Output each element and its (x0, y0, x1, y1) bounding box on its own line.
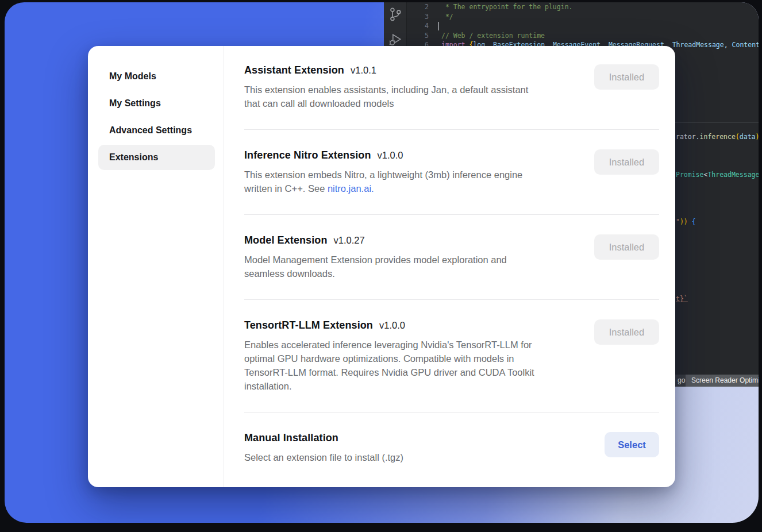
code-token: ( (736, 133, 740, 141)
code-line: 4 (407, 21, 759, 31)
description-line: This extension embeds Nitro, a lightweig… (244, 168, 522, 182)
code-token (688, 218, 692, 226)
settings-modal: My Models My Settings Advanced Settings … (88, 46, 675, 487)
code-token: " (676, 218, 680, 226)
description-line: written in C++. See nitro.jan.ai. (244, 182, 522, 195)
extension-version: v1.0.1 (351, 65, 376, 76)
code-token: * The entrypoint for the plugin. (441, 3, 572, 11)
description-text: optimal GPU hardware optimizations. Comp… (244, 353, 514, 364)
code-fragment: t}` (676, 294, 759, 303)
code-token: ThreadMessage (672, 41, 724, 49)
installed-button[interactable]: Installed (594, 64, 659, 90)
description-line: Model Management Extension provides mode… (244, 253, 507, 267)
code-text (429, 21, 759, 31)
description-text: seamless downloads. (244, 268, 335, 279)
screen-reader-status-badge[interactable]: Screen Reader Optimized (686, 375, 759, 387)
code-text: // Web / extension runtime (429, 31, 759, 41)
extension-version: v1.0.27 (334, 235, 365, 246)
extension-description: Model Management Extension provides mode… (244, 253, 507, 280)
description-text: written in C++. See (244, 183, 328, 194)
description-line: This extension enables assistants, inclu… (244, 83, 528, 97)
sidebar-item-advanced-settings[interactable]: Advanced Settings (98, 118, 215, 143)
select-button[interactable]: Select (605, 432, 659, 457)
installed-button[interactable]: Installed (594, 234, 659, 260)
code-token: ContentType (732, 41, 759, 49)
description-line: TensorRT-LLM format. Requires Nvidia GPU… (244, 365, 534, 379)
extension-title: Assistant Extension (244, 64, 344, 76)
description-text: This extension enables assistants, inclu… (244, 84, 528, 95)
extension-description: This extension enables assistants, inclu… (244, 83, 528, 110)
description-text: that can call all downloaded models (244, 98, 394, 109)
sidebar-item-my-settings[interactable]: My Settings (98, 91, 215, 116)
code-token: inference (700, 133, 736, 141)
code-text: */ (429, 12, 759, 22)
sidebar-item-label: Advanced Settings (109, 125, 192, 136)
extension-description: This extension embeds Nitro, a lightweig… (244, 168, 522, 195)
description-text: Select an extension file to install (.tg… (244, 452, 403, 462)
code-token: */ (441, 13, 453, 21)
description-text: installation. (244, 381, 292, 391)
description-line: that can call all downloaded models (244, 97, 528, 110)
description-line: seamless downloads. (244, 267, 507, 280)
code-lines: 2 * The entrypoint for the plugin. 3 */ … (407, 2, 759, 50)
code-token: { (692, 218, 696, 226)
description-text: TensorRT-LLM format. Requires Nvidia GPU… (244, 367, 534, 377)
code-token: data (740, 133, 756, 141)
code-fragment: rator.inference(data)); (676, 132, 759, 141)
sidebar-item-extensions[interactable]: Extensions (98, 145, 215, 170)
code-fragment: ")) { (676, 217, 759, 226)
code-line: 3 */ (407, 12, 759, 22)
screenshot-stage: 2 * The entrypoint for the plugin. 3 */ … (0, 0, 762, 532)
code-line: 2 * The entrypoint for the plugin. (407, 2, 759, 12)
installed-button[interactable]: Installed (594, 149, 659, 175)
extension-row: TensortRT-LLM Extension v1.0.0 Enables a… (244, 300, 659, 413)
extension-row: Inference Nitro Extension v1.0.0 This ex… (244, 130, 659, 215)
description-line: Select an extension file to install (.tg… (244, 450, 403, 464)
code-token: )) (756, 133, 759, 141)
sidebar-item-my-models[interactable]: My Models (98, 64, 215, 89)
extension-version: v1.0.0 (379, 320, 405, 331)
line-number: 5 (407, 31, 429, 41)
sidebar-item-label: My Settings (109, 98, 161, 109)
code-token: t}` (676, 295, 688, 303)
sidebar-item-label: My Models (109, 71, 156, 82)
line-number: 3 (407, 12, 429, 22)
extension-title: Model Extension (244, 234, 328, 246)
extension-title: Inference Nitro Extension (244, 149, 371, 161)
code-fragment: Promise<ThreadMessage> (676, 170, 759, 179)
code-token: , (724, 41, 732, 49)
code-token: )) (680, 218, 688, 226)
code-token: Promise (676, 171, 703, 179)
extension-row: Manual Installation Select an extension … (244, 413, 659, 476)
nitro-jan-ai-link[interactable]: nitro.jan.ai. (328, 183, 374, 194)
description-line: Enables accelerated inference leveraging… (244, 338, 534, 352)
sidebar-item-label: Extensions (109, 152, 158, 163)
settings-sidebar: My Models My Settings Advanced Settings … (88, 46, 224, 487)
code-text: * The entrypoint for the plugin. (429, 2, 759, 12)
line-number: 2 (407, 2, 429, 12)
code-line: 5 // Web / extension runtime (407, 31, 759, 41)
status-bar-left-label: go (678, 375, 685, 387)
description-line: optimal GPU hardware optimizations. Comp… (244, 352, 534, 365)
code-token: rator. (676, 133, 700, 141)
git-branch-icon[interactable] (388, 7, 403, 22)
desktop-window: 2 * The entrypoint for the plugin. 3 */ … (5, 2, 759, 523)
description-text: Enables accelerated inference leveraging… (244, 340, 532, 350)
code-token: ThreadMessage (707, 171, 759, 179)
extension-description: Select an extension file to install (.tg… (244, 450, 403, 464)
extension-title: Manual Installation (244, 432, 338, 444)
text-cursor (438, 22, 439, 30)
description-line: installation. (244, 379, 534, 393)
extensions-list: Assistant Extension v1.0.1 This extensio… (224, 46, 675, 487)
extension-description: Enables accelerated inference leveraging… (244, 338, 534, 393)
code-token: // Web / extension runtime (441, 32, 545, 40)
extension-row: Assistant Extension v1.0.1 This extensio… (244, 46, 659, 130)
installed-button[interactable]: Installed (594, 319, 659, 345)
line-number: 4 (407, 21, 429, 31)
extension-row: Model Extension v1.0.27 Model Management… (244, 215, 659, 300)
extension-version: v1.0.0 (378, 150, 403, 161)
extension-title: TensortRT-LLM Extension (244, 319, 373, 331)
description-text: This extension embeds Nitro, a lightweig… (244, 169, 522, 180)
debug-icon[interactable] (388, 32, 403, 47)
description-text: Model Management Extension provides mode… (244, 255, 507, 265)
